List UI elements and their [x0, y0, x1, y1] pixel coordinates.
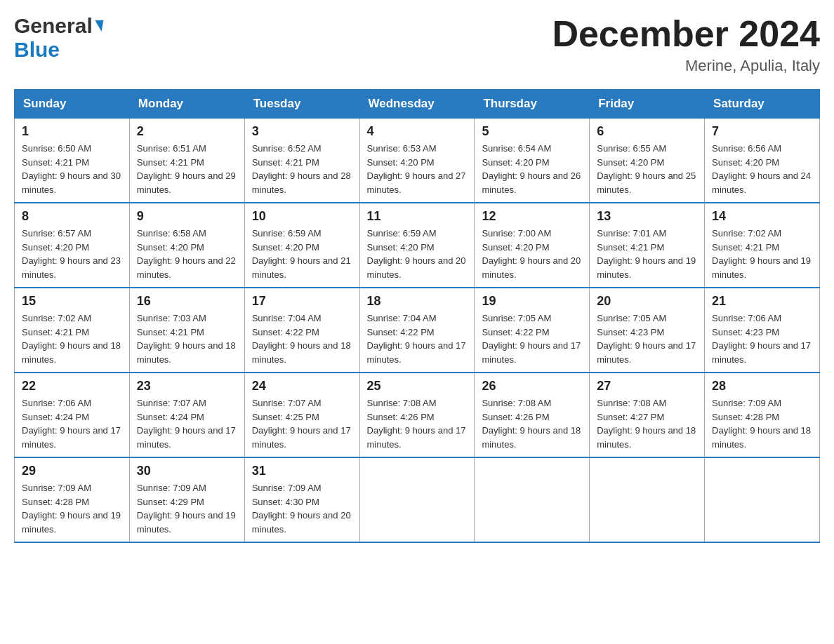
table-row: 31Sunrise: 7:09 AMSunset: 4:30 PMDayligh… — [244, 457, 359, 542]
day-info: Sunrise: 7:01 AMSunset: 4:21 PMDaylight:… — [597, 227, 697, 281]
table-row: 16Sunrise: 7:03 AMSunset: 4:21 PMDayligh… — [129, 288, 244, 373]
table-row: 29Sunrise: 7:09 AMSunset: 4:28 PMDayligh… — [15, 457, 130, 542]
day-number: 22 — [22, 379, 122, 394]
logo-arrow-icon — [93, 20, 103, 32]
day-number: 19 — [482, 294, 582, 309]
day-number: 27 — [597, 379, 697, 394]
table-row — [359, 457, 475, 542]
day-number: 3 — [252, 124, 352, 139]
table-row: 23Sunrise: 7:07 AMSunset: 4:24 PMDayligh… — [129, 373, 244, 457]
day-info: Sunrise: 7:09 AMSunset: 4:28 PMDaylight:… — [712, 396, 812, 451]
day-info: Sunrise: 7:05 AMSunset: 4:23 PMDaylight:… — [597, 311, 697, 366]
day-info: Sunrise: 6:59 AMSunset: 4:20 PMDaylight:… — [367, 227, 468, 281]
logo-general-text: General — [14, 14, 93, 38]
header-friday: Friday — [590, 90, 705, 119]
day-number: 11 — [367, 209, 468, 224]
table-row: 15Sunrise: 7:02 AMSunset: 4:21 PMDayligh… — [15, 288, 130, 373]
day-info: Sunrise: 7:07 AMSunset: 4:24 PMDaylight:… — [137, 396, 237, 451]
day-info: Sunrise: 7:09 AMSunset: 4:30 PMDaylight:… — [252, 481, 352, 536]
day-number: 23 — [137, 379, 237, 394]
day-info: Sunrise: 7:00 AMSunset: 4:20 PMDaylight:… — [482, 227, 582, 281]
weekday-header-row: Sunday Monday Tuesday Wednesday Thursday… — [15, 90, 820, 119]
day-info: Sunrise: 6:59 AMSunset: 4:20 PMDaylight:… — [252, 227, 352, 281]
table-row: 10Sunrise: 6:59 AMSunset: 4:20 PMDayligh… — [244, 203, 359, 288]
day-number: 28 — [712, 379, 812, 394]
table-row: 1Sunrise: 6:50 AMSunset: 4:21 PMDaylight… — [15, 119, 130, 203]
logo-blue-text: Blue — [14, 38, 60, 61]
table-row: 4Sunrise: 6:53 AMSunset: 4:20 PMDaylight… — [359, 119, 475, 203]
day-info: Sunrise: 6:56 AMSunset: 4:20 PMDaylight:… — [712, 142, 812, 196]
calendar-week-row: 15Sunrise: 7:02 AMSunset: 4:21 PMDayligh… — [15, 288, 820, 373]
day-info: Sunrise: 7:09 AMSunset: 4:28 PMDaylight:… — [22, 481, 122, 536]
table-row: 17Sunrise: 7:04 AMSunset: 4:22 PMDayligh… — [244, 288, 359, 373]
day-number: 13 — [597, 209, 697, 224]
calendar-table: Sunday Monday Tuesday Wednesday Thursday… — [14, 89, 820, 543]
table-row: 8Sunrise: 6:57 AMSunset: 4:20 PMDaylight… — [15, 203, 130, 288]
header-sunday: Sunday — [15, 90, 130, 119]
table-row: 25Sunrise: 7:08 AMSunset: 4:26 PMDayligh… — [359, 373, 475, 457]
logo: General Blue — [14, 14, 102, 62]
day-number: 8 — [22, 209, 122, 224]
calendar-week-row: 22Sunrise: 7:06 AMSunset: 4:24 PMDayligh… — [15, 373, 820, 457]
day-number: 6 — [597, 124, 697, 139]
day-info: Sunrise: 7:03 AMSunset: 4:21 PMDaylight:… — [137, 311, 237, 366]
day-info: Sunrise: 7:04 AMSunset: 4:22 PMDaylight:… — [252, 311, 352, 366]
day-info: Sunrise: 6:52 AMSunset: 4:21 PMDaylight:… — [252, 142, 352, 196]
table-row: 3Sunrise: 6:52 AMSunset: 4:21 PMDaylight… — [244, 119, 359, 203]
table-row: 14Sunrise: 7:02 AMSunset: 4:21 PMDayligh… — [705, 203, 820, 288]
table-row: 18Sunrise: 7:04 AMSunset: 4:22 PMDayligh… — [359, 288, 475, 373]
day-number: 20 — [597, 294, 697, 309]
header-wednesday: Wednesday — [359, 90, 475, 119]
table-row: 2Sunrise: 6:51 AMSunset: 4:21 PMDaylight… — [129, 119, 244, 203]
table-row — [705, 457, 820, 542]
day-info: Sunrise: 7:08 AMSunset: 4:26 PMDaylight:… — [367, 396, 468, 451]
day-info: Sunrise: 7:08 AMSunset: 4:26 PMDaylight:… — [482, 396, 582, 451]
day-number: 1 — [22, 124, 122, 139]
day-info: Sunrise: 6:51 AMSunset: 4:21 PMDaylight:… — [137, 142, 237, 196]
day-info: Sunrise: 6:53 AMSunset: 4:20 PMDaylight:… — [367, 142, 468, 196]
table-row: 9Sunrise: 6:58 AMSunset: 4:20 PMDaylight… — [129, 203, 244, 288]
table-row: 27Sunrise: 7:08 AMSunset: 4:27 PMDayligh… — [590, 373, 705, 457]
table-row: 7Sunrise: 6:56 AMSunset: 4:20 PMDaylight… — [705, 119, 820, 203]
day-number: 2 — [137, 124, 237, 139]
day-number: 15 — [22, 294, 122, 309]
day-info: Sunrise: 7:02 AMSunset: 4:21 PMDaylight:… — [22, 311, 122, 366]
month-title: December 2024 — [552, 14, 820, 54]
day-info: Sunrise: 6:58 AMSunset: 4:20 PMDaylight:… — [137, 227, 237, 281]
table-row: 6Sunrise: 6:55 AMSunset: 4:20 PMDaylight… — [590, 119, 705, 203]
table-row: 28Sunrise: 7:09 AMSunset: 4:28 PMDayligh… — [705, 373, 820, 457]
day-info: Sunrise: 7:04 AMSunset: 4:22 PMDaylight:… — [367, 311, 468, 366]
day-number: 12 — [482, 209, 582, 224]
table-row: 20Sunrise: 7:05 AMSunset: 4:23 PMDayligh… — [590, 288, 705, 373]
table-row: 22Sunrise: 7:06 AMSunset: 4:24 PMDayligh… — [15, 373, 130, 457]
table-row: 11Sunrise: 6:59 AMSunset: 4:20 PMDayligh… — [359, 203, 475, 288]
table-row — [590, 457, 705, 542]
day-info: Sunrise: 7:06 AMSunset: 4:23 PMDaylight:… — [712, 311, 812, 366]
table-row: 26Sunrise: 7:08 AMSunset: 4:26 PMDayligh… — [475, 373, 590, 457]
day-info: Sunrise: 7:05 AMSunset: 4:22 PMDaylight:… — [482, 311, 582, 366]
day-number: 30 — [137, 464, 237, 478]
day-info: Sunrise: 7:09 AMSunset: 4:29 PMDaylight:… — [137, 481, 237, 536]
day-number: 25 — [367, 379, 468, 394]
page-header: General Blue December 2024 Merine, Apuli… — [14, 14, 820, 75]
calendar-week-row: 8Sunrise: 6:57 AMSunset: 4:20 PMDaylight… — [15, 203, 820, 288]
day-number: 7 — [712, 124, 812, 139]
day-number: 18 — [367, 294, 468, 309]
day-number: 17 — [252, 294, 352, 309]
location-text: Merine, Apulia, Italy — [552, 57, 820, 75]
table-row: 30Sunrise: 7:09 AMSunset: 4:29 PMDayligh… — [129, 457, 244, 542]
table-row: 19Sunrise: 7:05 AMSunset: 4:22 PMDayligh… — [475, 288, 590, 373]
day-number: 9 — [137, 209, 237, 224]
day-info: Sunrise: 6:57 AMSunset: 4:20 PMDaylight:… — [22, 227, 122, 281]
title-block: December 2024 Merine, Apulia, Italy — [552, 14, 820, 75]
calendar-week-row: 1Sunrise: 6:50 AMSunset: 4:21 PMDaylight… — [15, 119, 820, 203]
header-monday: Monday — [129, 90, 244, 119]
day-info: Sunrise: 7:08 AMSunset: 4:27 PMDaylight:… — [597, 396, 697, 451]
day-number: 29 — [22, 464, 122, 478]
day-info: Sunrise: 7:07 AMSunset: 4:25 PMDaylight:… — [252, 396, 352, 451]
table-row — [475, 457, 590, 542]
day-number: 21 — [712, 294, 812, 309]
day-info: Sunrise: 7:02 AMSunset: 4:21 PMDaylight:… — [712, 227, 812, 281]
header-thursday: Thursday — [475, 90, 590, 119]
day-number: 10 — [252, 209, 352, 224]
